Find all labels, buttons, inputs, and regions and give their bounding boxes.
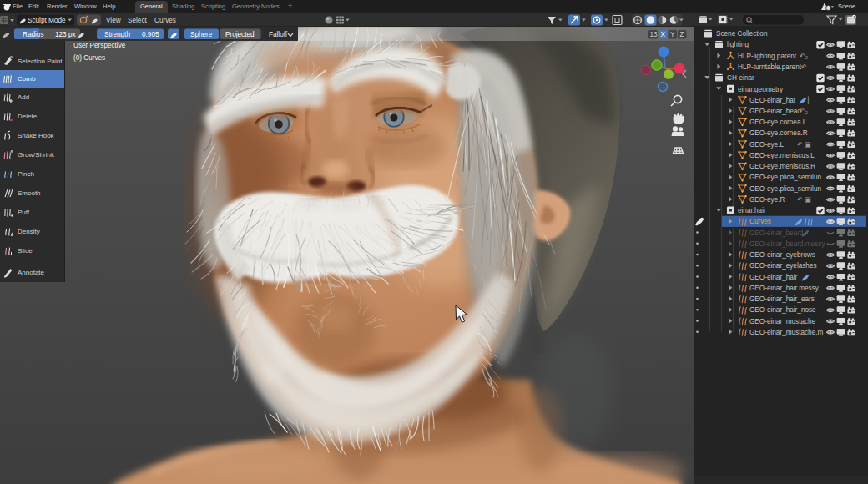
svg-text:GEO-einar_eyelashes: GEO-einar_eyelashes (749, 262, 817, 270)
svg-text:Sphere: Sphere (190, 31, 213, 38)
svg-text:GEO-einar_hair_ears: GEO-einar_hair_ears (749, 295, 815, 303)
svg-text:HLP-lighting.parent: HLP-lighting.parent (738, 53, 797, 60)
svg-text:einar.hair: einar.hair (738, 207, 766, 214)
svg-text:CH-einar: CH-einar (727, 74, 754, 82)
svg-text:GEO-eye.cornea.R: GEO-eye.cornea.R (749, 129, 808, 137)
svg-text:GEO-einar_eyebrows: GEO-einar_eyebrows (749, 251, 815, 259)
svg-text:123 px: 123 px (55, 31, 76, 38)
svg-text:Z: Z (680, 31, 684, 38)
svg-text:HLP-turntable.parent: HLP-turntable.parent (738, 63, 802, 71)
svg-text:GEO-eye.cornea.L: GEO-eye.cornea.L (749, 118, 807, 126)
svg-text:GEO-einar_head: GEO-einar_head (749, 108, 801, 115)
svg-text:Select: Select (128, 17, 147, 24)
svg-text:↶₂: ↶₂ (799, 53, 808, 60)
svg-text:↶₂: ↶₂ (799, 108, 808, 115)
svg-text:GEO-eye.meniscus.R: GEO-eye.meniscus.R (749, 163, 815, 170)
svg-text:GEO-eye.R: GEO-eye.R (749, 196, 785, 204)
svg-text:GEO-einar_hair.messy: GEO-einar_hair.messy (749, 285, 820, 292)
svg-text:Curves: Curves (154, 17, 176, 24)
svg-text:Projected: Projected (225, 31, 255, 38)
svg-text:↶ ▣: ↶ ▣ (796, 141, 811, 149)
svg-text:GEO-einar_mustache.m: GEO-einar_mustache.m (749, 329, 823, 336)
svg-text:GEO-einar_beard.messy: GEO-einar_beard.messy (749, 240, 825, 248)
svg-text:↶: ↶ (800, 63, 807, 71)
svg-text:Strength: Strength (104, 31, 130, 38)
svg-text:13: 13 (650, 31, 659, 38)
svg-text:GEO-einar_hat: GEO-einar_hat (749, 97, 796, 104)
svg-text:↶ ▣: ↶ ▣ (796, 196, 811, 204)
svg-text:GEO-eye.plica_semilun: GEO-eye.plica_semilun (749, 174, 821, 181)
svg-text:Curves: Curves (749, 218, 771, 225)
svg-text:Y: Y (670, 31, 675, 38)
svg-text:einar.geometry: einar.geometry (738, 86, 784, 93)
svg-text:GEO-einar_hair_nose: GEO-einar_hair_nose (749, 306, 816, 314)
svg-text:GEO-eye.meniscus.L: GEO-eye.meniscus.L (749, 152, 815, 159)
svg-text:GEO-einar_mustache: GEO-einar_mustache (749, 318, 816, 325)
svg-text:View: View (106, 17, 121, 24)
svg-text:Scene Collection: Scene Collection (716, 30, 768, 38)
svg-text:GEO-einar_beard: GEO-einar_beard (749, 229, 804, 237)
svg-text:X: X (661, 31, 666, 38)
svg-text:0.905: 0.905 (142, 31, 159, 38)
svg-text:Falloff: Falloff (269, 31, 288, 38)
svg-text:GEO-eye.L: GEO-eye.L (749, 141, 784, 149)
svg-text:User Perspective: User Perspective (73, 42, 126, 49)
svg-text:lighting: lighting (727, 41, 749, 48)
svg-text:Sculpt Mode: Sculpt Mode (28, 17, 66, 24)
svg-text:Radius: Radius (23, 31, 44, 38)
svg-text:GEO-einar_hair: GEO-einar_hair (749, 274, 798, 281)
svg-text:▏: ▏ (808, 96, 813, 105)
svg-text:(0) Curves: (0) Curves (73, 54, 105, 62)
svg-text:GEO-eye.plica_semilun: GEO-eye.plica_semilun (749, 185, 821, 193)
